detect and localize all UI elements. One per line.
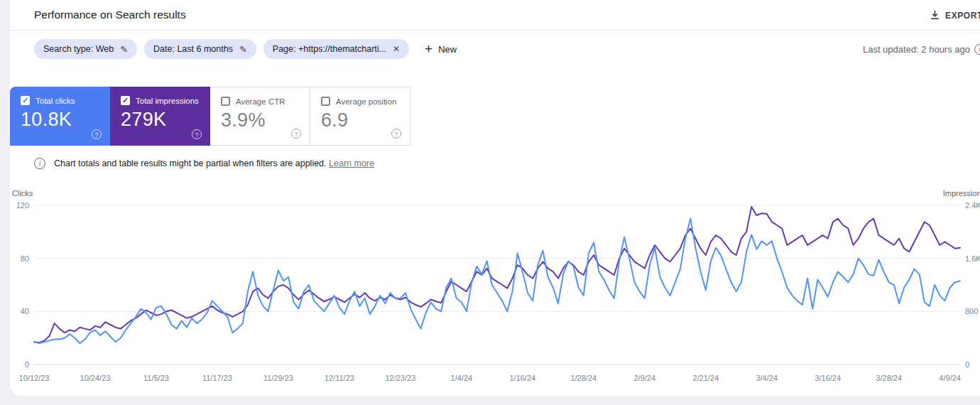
checkbox-total-clicks[interactable]: ✓ [21,96,30,105]
metric-card-header: ✓ Total clicks [21,96,110,105]
x-tick-date: 11/5/23 [143,374,169,382]
performance-chart[interactable]: Clicks Impressions 10/12/2310/24/2311/5/… [10,188,980,396]
help-icon[interactable]: ? [291,129,301,139]
y-tick-impressions: 2.4K [965,201,980,210]
header-bar: Performance on Search results EXPORT [10,0,980,31]
metric-card-total-impressions[interactable]: ✓ Total impressions 279K ? [110,87,210,146]
metric-card-header: Average position [321,97,410,106]
filter-chip-search-type[interactable]: Search type: Web ✎ [34,39,137,59]
new-filter-label: New [438,44,457,55]
metric-label: Total impressions [136,97,199,105]
metric-card-average-position[interactable]: Average position 6.9 ? [310,87,410,146]
help-icon[interactable]: ? [391,129,401,139]
x-tick-date: 10/12/23 [19,374,50,382]
chart-canvas [10,188,980,372]
line-total-impressions [34,207,960,342]
checkbox-total-impressions[interactable]: ✓ [121,96,130,105]
x-tick-date: 4/9/24 [939,374,961,382]
partial-data-notice: i Chart totals and table results might b… [34,158,980,169]
y-tick-clicks: 40 [10,307,29,315]
x-tick-date: 11/29/23 [263,374,293,382]
x-tick-date: 12/11/23 [325,374,354,382]
x-tick-date: 2/21/24 [692,374,719,382]
metric-card-header: Average CTR [221,97,310,106]
learn-more-link[interactable]: Learn more [329,158,374,168]
checkbox-average-position[interactable] [321,97,330,106]
y-tick-clicks: 0 [10,360,29,369]
export-button[interactable]: EXPORT [930,0,980,31]
chip-label: Page: +https://thematcharti... [273,44,386,54]
x-tick-date: 1/16/24 [509,374,535,382]
page-background: Performance on Search results EXPORT Sea… [0,0,980,405]
performance-panel: Performance on Search results EXPORT Sea… [10,0,980,396]
y-tick-impressions: 1.6K [965,254,980,263]
filter-bar: Search type: Web ✎ Date: Last 6 months ✎… [10,31,980,68]
info-icon: i [34,158,45,169]
y-tick-impressions: 800 [965,307,978,315]
check-icon: ✓ [122,97,129,104]
download-icon [930,10,940,21]
page-title: Performance on Search results [34,9,980,21]
x-tick-date: 2/9/24 [633,374,655,382]
metric-card-average-ctr[interactable]: Average CTR 3.9% ? [210,87,310,146]
close-icon[interactable]: ✕ [393,44,400,54]
y-tick-clicks: 80 [10,254,29,263]
export-label: EXPORT [945,11,980,21]
edit-icon: ✎ [120,44,128,55]
x-tick-date: 3/28/24 [876,374,902,382]
metric-card-header: ✓ Total impressions [121,96,210,105]
y-tick-clicks: 120 [10,201,29,210]
checkbox-average-ctr[interactable] [221,97,230,106]
x-tick-date: 1/4/24 [451,374,473,382]
x-tick-date: 1/28/24 [570,374,597,382]
plus-icon: + [425,44,432,54]
filter-chip-date[interactable]: Date: Last 6 months ✎ [144,39,256,59]
x-tick-date: 3/4/24 [756,374,778,382]
chip-label: Date: Last 6 months [153,44,233,54]
x-tick-date: 12/23/23 [385,374,415,382]
metric-cards-row: ✓ Total clicks 10.8K ? ✓ Total impressio… [10,87,980,146]
x-tick-date: 11/17/23 [202,374,232,382]
last-updated-text: Last updated: 2 hours ago [863,44,970,55]
help-icon[interactable]: ? [92,129,102,139]
y-tick-impressions: 0 [965,360,969,369]
check-icon: ✓ [22,97,28,104]
filter-chip-page[interactable]: Page: +https://thematcharti... ✕ [263,39,409,59]
new-filter-button[interactable]: + New [425,44,457,55]
x-tick-date: 3/16/24 [815,374,841,382]
metric-card-total-clicks[interactable]: ✓ Total clicks 10.8K ? [10,87,110,146]
metric-value: 10.8K [21,109,110,131]
chip-label: Search type: Web [43,44,114,54]
metric-label: Total clicks [36,97,75,105]
edit-icon: ✎ [239,44,247,55]
info-icon: i [974,44,980,55]
metric-value: 279K [121,109,210,131]
metric-label: Average position [336,97,396,106]
x-axis-labels: 10/12/2310/24/2311/5/2311/17/2311/29/231… [10,374,980,384]
last-updated: Last updated: 2 hours ago i [863,31,980,68]
help-icon[interactable]: ? [192,129,202,139]
notice-text: Chart totals and table results might be … [54,158,374,168]
x-tick-date: 10/24/23 [80,374,111,382]
metric-label: Average CTR [236,97,285,106]
